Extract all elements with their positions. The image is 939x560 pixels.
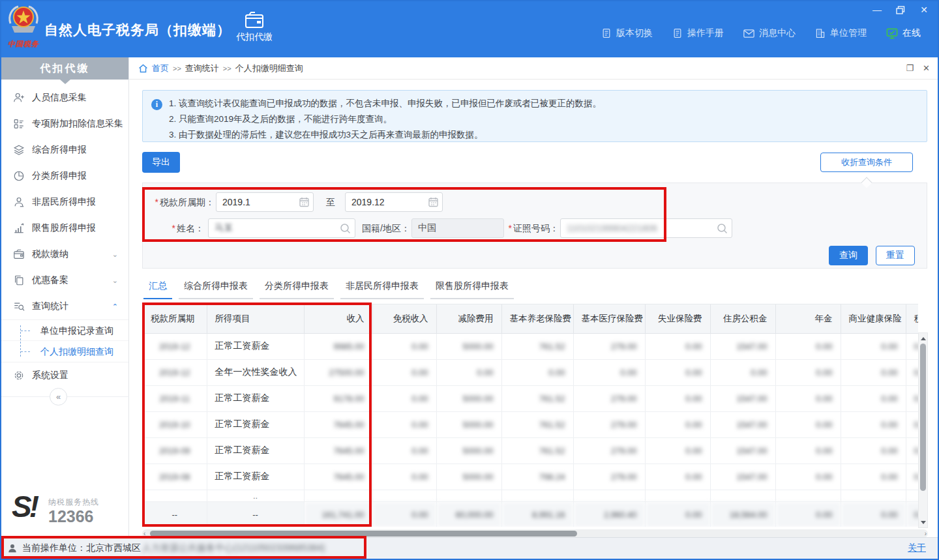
sidebar-item-8[interactable]: 优惠备案⌄ [1,267,128,293]
sidebar-item-3[interactable]: 综合所得申报 [1,137,128,163]
scroll-right-icon[interactable]: › [925,530,927,537]
sidebar-submenu: 单位申报记录查询个人扣缴明细查询 [1,319,128,362]
national-emblem-icon [7,4,40,40]
period-from-input[interactable]: 2019.1 [216,192,314,212]
calendar-icon[interactable] [299,197,309,207]
cell-value: 0.00 [841,359,906,385]
tab-3[interactable]: 分类所得申报表 [260,278,334,299]
module-tab-withholding[interactable]: 代扣代缴 [230,12,279,43]
sidebar-item-5[interactable]: 非居民所得申报 [1,189,128,215]
cell-empty [645,490,710,501]
pane-restore-icon[interactable]: ❐ [906,63,914,73]
cell-value: 5000.00 [436,411,501,437]
horizontal-scroll-thumb[interactable] [150,531,577,537]
sidebar-item-2[interactable]: 专项附加扣除信息采集 [1,111,128,137]
scroll-down-icon[interactable] [919,518,927,527]
collect-list-icon [13,118,25,130]
cell-value: 161,741.00 [304,501,372,527]
close-icon[interactable]: ✕ [916,3,932,17]
sidebar-item-label: 系统设置 [32,370,68,381]
hotline-mascot-icon: S! [12,489,37,524]
about-link[interactable]: 关于 [908,542,926,554]
cell-income-item: 正常工资薪金 [207,437,304,464]
search-icon[interactable] [717,223,728,234]
cell-empty [906,490,918,501]
collapse-query-button[interactable]: 收折查询条件 [820,153,913,172]
query-form-panel: *税款所属期： 2019.1 至 2019.12 *姓名： 马某 [142,183,927,269]
minimize-icon[interactable]: — [869,3,886,17]
header-nav-3[interactable]: 消息中心 [743,27,796,39]
cell-value: 0.00 [775,333,841,359]
home-icon[interactable] [138,64,148,73]
tab-5[interactable]: 限售股所得申报表 [430,278,514,299]
vertical-scroll-thumb[interactable] [920,344,926,491]
cell-income-item: 正常工资薪金 [207,385,304,411]
header-nav-1[interactable]: 版本切换 [601,27,653,39]
sidebar-item-4[interactable]: 分类所得申报 [1,163,128,189]
sidebar-item-label: 非居民所得申报 [32,196,96,208]
sidebar-subitem-1[interactable]: 单位申报记录查询 [1,320,128,341]
sidebar-item-10[interactable]: 系统设置 [1,362,128,389]
cell-empty [501,490,573,501]
cell-value: 0.00 [775,437,841,464]
cell-value: 5000.00 [436,385,501,411]
period-to-input[interactable]: 2019.12 [345,192,443,212]
header-nav-4[interactable]: 单位管理 [815,27,867,39]
column-header-5: 减除费用 [436,304,501,333]
table-total-row[interactable]: ----161,741.000.0060,000.008,991.162,960… [143,501,918,527]
id-number-input[interactable]: 110102199904221806 [560,218,732,238]
export-button[interactable]: 导出 [142,152,180,173]
tab-1[interactable]: 汇总 [143,278,172,299]
table-row-3[interactable]: 2019-11正常工资薪金9178.000.005000.00761.52279… [143,385,918,411]
sidebar-item-1[interactable]: 人员信息采集 [1,85,128,111]
sidebar-item-6[interactable]: 限售股所得申报 [1,215,128,241]
breadcrumb-home[interactable]: 首页 [152,63,169,74]
cell-value: 0.00 [906,359,918,385]
scroll-up-icon[interactable] [919,334,927,342]
cell-value: 279.00 [573,385,645,411]
tab-4[interactable]: 非居民所得申报表 [340,278,424,299]
reset-button[interactable]: 重置 [876,246,915,265]
sidebar-item-7[interactable]: 税款缴纳⌄ [1,241,128,267]
cell-value: 1547.00 [710,385,775,411]
cell-value: 0.00 [775,501,841,527]
header-nav-5[interactable]: 在线 [886,27,921,39]
restore-icon[interactable] [892,3,909,17]
cell-value: 0.00 [775,385,841,411]
table-row-4[interactable]: 2019-10正常工资薪金7645.000.005000.00761.52279… [143,411,918,437]
breadcrumb-separator: >> [173,65,181,72]
cell-empty [436,490,501,501]
module-tab-label: 代扣代缴 [230,31,279,43]
calendar-icon[interactable] [428,197,438,207]
result-table-wrap: 税款所属期所得项目收入免税收入减除费用基本养老保险费基本医疗保险费失业保险费住房… [142,304,918,527]
table-row-5[interactable]: 2019-09正常工资薪金7645.000.005000.00761.52279… [143,437,918,464]
cell-value: 2,960.40 [573,501,645,527]
column-header-11: 商业健康保险 [841,304,906,333]
scroll-left-icon[interactable]: ‹ [143,530,145,537]
query-button[interactable]: 查询 [829,246,868,265]
column-header-3: 收入 [304,304,372,333]
period-from-value: 2019.1 [222,197,250,207]
table-row-6[interactable]: 2019-08正常工资薪金7645.000.005000.00798.24279… [143,464,918,490]
vertical-scrollbar[interactable] [918,332,928,528]
pane-close-icon[interactable]: ✕ [923,63,930,73]
tab-2[interactable]: 综合所得申报表 [179,278,253,299]
cell-value: 0.00 [372,464,436,490]
name-input[interactable]: 马某 [208,218,355,238]
cell-value: 0.00 [841,501,906,527]
cell-value: 0.00 [645,385,710,411]
table-row-2[interactable]: 2019-12全年一次性奖金收入27500.000.000.000.000.00… [143,359,918,385]
header-nav-2[interactable]: 操作手册 [672,27,724,39]
cell-period: 2019-12 [143,359,207,385]
cell-value: 5000.00 [436,464,501,490]
search-icon[interactable] [340,223,351,234]
sidebar-item-9[interactable]: 查询统计⌃ [1,293,128,319]
cell-value: 0.00 [841,333,906,359]
column-header-2: 所得项目 [207,304,304,333]
sidebar-collapse-button[interactable]: « [50,388,67,405]
pane-controls: ❐ ✕ [906,63,930,73]
cell-value: 279.00 [573,464,645,490]
sidebar-subitem-2[interactable]: 个人扣缴明细查询 [1,341,128,362]
table-row-1[interactable]: 2019-12正常工资薪金9985.000.005000.00761.52279… [143,333,918,359]
wallet-icon [245,12,264,29]
